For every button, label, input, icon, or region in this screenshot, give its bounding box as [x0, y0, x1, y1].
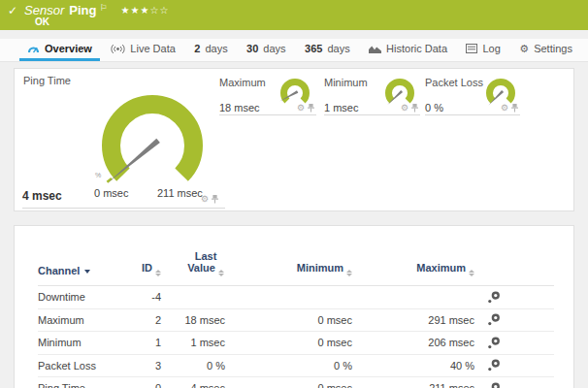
live-data-icon [111, 44, 125, 54]
primary-gauge-value: 4 msec [22, 189, 62, 203]
sensor-category-label: Sensor [24, 3, 64, 17]
mini-gauge-label: Packet Loss [425, 77, 483, 88]
channel-settings-button[interactable] [474, 313, 554, 326]
tab-log[interactable]: Log [458, 39, 507, 61]
priority-stars[interactable]: ★★★☆☆ [121, 5, 170, 16]
mini-gauge-value: 18 msec [219, 102, 260, 113]
channel-settings-button[interactable] [474, 337, 554, 349]
table-row[interactable]: Packet Loss 3 0 % 0 % 40 % [38, 355, 554, 378]
table-row[interactable]: Maximum 2 18 msec 0 msec 291 msec [38, 309, 554, 333]
primary-gauge-label: Ping Time [23, 75, 71, 86]
channel-name[interactable]: Downtime [38, 291, 140, 303]
table-row[interactable]: Ping Time 0 4 msec 0 msec 211 msec [38, 377, 554, 388]
mini-gauge-value: 1 msec [324, 102, 358, 113]
channel-settings-icon [487, 291, 501, 304]
table-header-row: Channel ID LastValue Minimum Maximum [38, 236, 554, 286]
channel-minimum: 0 % [225, 360, 352, 372]
channel-settings-icon [487, 337, 501, 349]
channel-last-value: 4 msec [161, 382, 225, 388]
status-check-icon: ✓ [8, 4, 17, 17]
gear-icon[interactable]: ⚙ [501, 104, 508, 113]
channel-id: 0 [140, 382, 161, 388]
historic-data-icon [369, 44, 381, 53]
sort-icon[interactable] [155, 270, 161, 277]
pin-icon[interactable] [411, 104, 418, 113]
tab-30-days[interactable]: 30days [239, 39, 294, 61]
tab-2-days[interactable]: 2days [186, 39, 235, 61]
channel-settings-icon [487, 359, 501, 372]
tab-settings[interactable]: ⚙Settings [511, 39, 580, 61]
channel-id: 1 [140, 337, 161, 348]
channel-id: -4 [140, 291, 161, 303]
sort-icon[interactable] [218, 270, 224, 277]
col-channel[interactable]: Channel [38, 265, 140, 276]
channel-maximum: 211 msec [352, 382, 474, 388]
col-maximum[interactable]: Maximum [352, 262, 474, 277]
sort-icon[interactable] [469, 270, 474, 277]
col-minimum[interactable]: Minimum [225, 262, 352, 277]
gauge-marker: % [95, 172, 101, 178]
gear-icon: ⚙ [519, 44, 529, 54]
channel-name[interactable]: Maximum [38, 314, 140, 326]
col-last-value[interactable]: LastValue [174, 250, 238, 277]
channel-settings-icon [487, 313, 501, 326]
tab-historic-data[interactable]: Historic Data [361, 39, 455, 61]
channel-minimum: 0 msec [225, 314, 352, 326]
channel-last-value: 1 msec [161, 337, 225, 348]
tab-overview[interactable]: Overview [19, 39, 100, 61]
gauge-scale-max: 211 msec [157, 187, 203, 199]
channel-table-panel: Channel ID LastValue Minimum Maximum Dow… [14, 225, 574, 388]
channel-name[interactable]: Packet Loss [38, 360, 140, 372]
pin-icon[interactable] [212, 195, 218, 204]
channel-minimum: 0 msec [225, 337, 352, 348]
channel-id: 2 [140, 314, 161, 326]
gauge-panel: Ping Time % 0 msec 211 msec 4 msec ⚙ Max… [14, 68, 574, 211]
mini-gauge-minimum: Minimum 1 msec ⚙ [324, 77, 420, 115]
channel-name[interactable]: Minimum [38, 337, 140, 348]
channel-maximum: 40 % [352, 360, 474, 372]
status-badge: OK [35, 16, 49, 27]
log-icon [466, 44, 477, 53]
mini-gauge-value: 0 % [425, 102, 443, 113]
channel-maximum: 206 msec [352, 337, 474, 348]
table-row[interactable]: Minimum 1 1 msec 0 msec 206 msec [38, 332, 554, 355]
sensor-title: Ping [69, 3, 96, 17]
priority-flag-icon[interactable]: ⚐ [99, 3, 107, 13]
sort-caret-icon [84, 270, 90, 274]
table-row[interactable]: Downtime -4 [38, 286, 554, 309]
channel-settings-icon [487, 382, 501, 388]
gauge-scale-min: 0 msec [94, 187, 128, 199]
channel-last-value: 18 msec [161, 314, 225, 326]
channel-settings-button[interactable] [474, 382, 554, 388]
mini-gauge-packet-loss: Packet Loss 0 % ⚙ [425, 77, 520, 115]
mini-gauge-label: Minimum [324, 77, 368, 88]
ping-time-gauge [89, 85, 215, 204]
gauge-icon [27, 44, 40, 54]
gear-icon[interactable]: ⚙ [297, 104, 305, 113]
channel-settings-button[interactable] [474, 291, 554, 304]
tab-bar: OverviewLive Data2days30days365daysHisto… [0, 39, 588, 62]
divider [22, 208, 225, 209]
channel-name[interactable]: Ping Time [38, 382, 140, 388]
pin-icon[interactable] [511, 104, 518, 113]
sensor-header: ✓ Sensor Ping ⚐ ★★★☆☆ OK [0, 0, 588, 30]
channel-settings-button[interactable] [474, 359, 554, 372]
prtg-sensor-page: ✓ Sensor Ping ⚐ ★★★☆☆ OK OverviewLive Da… [0, 0, 588, 388]
tab-live-data[interactable]: Live Data [103, 39, 182, 61]
gear-icon[interactable]: ⚙ [401, 104, 408, 113]
channel-last-value: 0 % [161, 360, 225, 372]
pin-icon[interactable] [308, 104, 314, 113]
channel-maximum: 291 msec [352, 314, 474, 326]
channel-minimum: 0 msec [225, 382, 352, 388]
mini-gauge-label: Maximum [219, 77, 266, 88]
mini-gauge-maximum: Maximum 18 msec ⚙ [219, 77, 316, 115]
channel-id: 3 [140, 360, 161, 372]
gear-icon[interactable]: ⚙ [201, 195, 209, 204]
col-id[interactable]: ID [140, 262, 161, 277]
tab-365-days[interactable]: 365days [297, 39, 358, 61]
